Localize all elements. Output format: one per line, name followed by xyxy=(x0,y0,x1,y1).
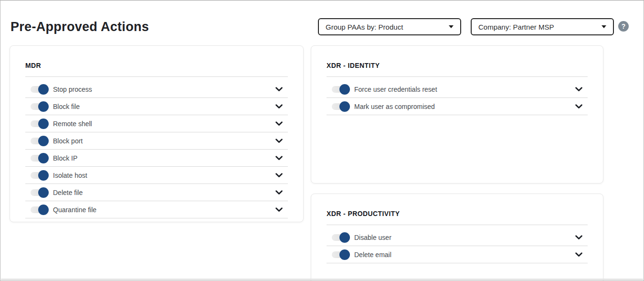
card-header: MDR xyxy=(25,46,288,77)
chevron-down-icon xyxy=(575,104,582,109)
toggle-switch[interactable] xyxy=(31,101,48,112)
card-mdr: MDR Stop process Block file xyxy=(10,45,304,222)
action-row: Disable user xyxy=(327,229,588,246)
action-row: Isolate host xyxy=(25,167,288,184)
chevron-down-icon xyxy=(275,139,283,143)
chevron-down-icon xyxy=(275,173,283,178)
page-title: Pre-Approved Actions xyxy=(11,20,149,34)
company-value: Company: Partner MSP xyxy=(478,23,554,31)
expand-row-button[interactable] xyxy=(275,207,283,212)
toggle-switch[interactable] xyxy=(31,205,48,215)
toggle-label: Quarantine file xyxy=(53,206,96,214)
expand-row-button[interactable] xyxy=(275,104,283,109)
toggle-label: Isolate host xyxy=(53,172,87,179)
action-list: Force user credentials reset Mark user a… xyxy=(327,81,588,115)
action-row: Mark user as compromised xyxy=(327,98,588,115)
action-row: Stop process xyxy=(25,81,288,98)
chevron-down-icon xyxy=(275,207,283,212)
chevron-down-icon xyxy=(275,87,283,92)
toggle-switch[interactable] xyxy=(31,84,48,95)
card-header: XDR - IDENTITY xyxy=(327,46,588,77)
toggle-label: Delete file xyxy=(53,189,83,196)
action-row: Block file xyxy=(25,98,288,115)
expand-row-button[interactable] xyxy=(275,121,283,126)
action-row: Remote shell xyxy=(25,115,288,132)
chevron-down-icon xyxy=(575,87,582,92)
expand-row-button[interactable] xyxy=(575,87,582,92)
toggle-label: Stop process xyxy=(53,86,92,93)
toggle-knob xyxy=(38,153,49,163)
toggle-label: Block IP xyxy=(53,154,77,162)
toggle-label: Block file xyxy=(53,103,80,110)
page-bottom-border xyxy=(1,279,643,280)
chevron-down-icon xyxy=(275,190,283,195)
expand-row-button[interactable] xyxy=(275,139,283,143)
card-xdr-productivity: XDR - PRODUCTIVITY Disable user Delete e… xyxy=(311,194,603,281)
toggle-knob xyxy=(38,119,49,129)
action-row: Block port xyxy=(25,132,288,150)
group-paas-by-dropdown[interactable]: Group PAAs by: Product xyxy=(318,18,461,35)
toggle-knob xyxy=(339,249,350,260)
toggle-knob xyxy=(339,232,350,243)
expand-row-button[interactable] xyxy=(575,235,582,240)
action-row: Delete file xyxy=(25,184,288,201)
toggle-switch[interactable] xyxy=(332,232,349,243)
chevron-down-icon xyxy=(275,104,283,109)
toggle-label: Disable user xyxy=(354,234,391,241)
toggle-knob xyxy=(38,136,49,146)
expand-row-button[interactable] xyxy=(575,104,582,109)
toggle-knob xyxy=(38,84,49,95)
toggle-label: Mark user as compromised xyxy=(354,103,435,110)
toggle-knob xyxy=(38,101,49,112)
chevron-down-icon xyxy=(575,235,582,240)
action-row: Block IP xyxy=(25,150,288,167)
toggle-switch[interactable] xyxy=(31,153,48,163)
chevron-down-icon xyxy=(275,156,283,161)
company-dropdown[interactable]: Company: Partner MSP xyxy=(471,18,614,35)
toggle-knob xyxy=(339,84,350,95)
card-header: XDR - PRODUCTIVITY xyxy=(327,194,588,225)
dropdown-caret-icon xyxy=(602,25,606,28)
expand-row-button[interactable] xyxy=(275,87,283,92)
chevron-down-icon xyxy=(275,121,283,126)
action-list: Stop process Block file Remote s xyxy=(25,81,288,218)
toggle-label: Force user credentials reset xyxy=(354,86,437,93)
toggle-label: Block port xyxy=(53,137,83,145)
toggle-switch[interactable] xyxy=(332,249,349,260)
toggle-switch[interactable] xyxy=(31,136,48,146)
expand-row-button[interactable] xyxy=(275,156,283,161)
toggle-label: Remote shell xyxy=(53,120,92,128)
chevron-down-icon xyxy=(575,252,582,257)
toggle-knob xyxy=(38,205,49,215)
expand-row-button[interactable] xyxy=(275,173,283,178)
toggle-knob xyxy=(38,187,49,198)
toggle-switch[interactable] xyxy=(332,101,349,112)
toggle-label: Delete email xyxy=(354,251,391,259)
card-xdr-identity: XDR - IDENTITY Force user credentials re… xyxy=(311,45,603,184)
help-icon[interactable]: ? xyxy=(618,21,629,32)
action-row: Force user credentials reset xyxy=(327,81,588,98)
action-row: Quarantine file xyxy=(25,201,288,218)
action-row: Delete email xyxy=(327,246,588,263)
toggle-knob xyxy=(339,101,350,112)
toggle-switch[interactable] xyxy=(31,187,48,198)
group-paas-by-value: Group PAAs by: Product xyxy=(326,23,403,31)
toggle-knob xyxy=(38,170,49,181)
toggle-switch[interactable] xyxy=(31,170,48,181)
toggle-switch[interactable] xyxy=(31,119,48,129)
pre-approved-actions-page: Pre-Approved Actions Group PAAs by: Prod… xyxy=(0,0,644,281)
action-list: Disable user Delete email xyxy=(327,229,588,263)
toggle-switch[interactable] xyxy=(332,84,349,95)
expand-row-button[interactable] xyxy=(275,190,283,195)
expand-row-button[interactable] xyxy=(575,252,582,257)
dropdown-caret-icon xyxy=(449,25,454,28)
